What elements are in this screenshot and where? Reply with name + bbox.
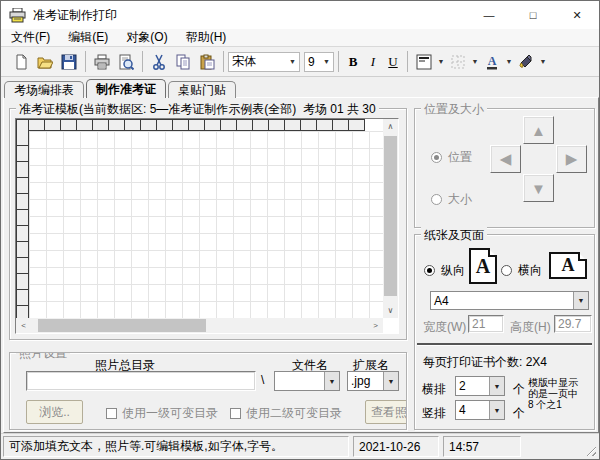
grid-row-header-cell[interactable] bbox=[16, 177, 29, 194]
vertical-scroll-thumb[interactable] bbox=[384, 136, 397, 296]
copy-button[interactable] bbox=[171, 50, 195, 74]
scroll-right-icon[interactable]: > bbox=[368, 318, 383, 333]
grid-row-header-cell[interactable] bbox=[16, 130, 29, 146]
filename-combo[interactable]: ▼ bbox=[274, 371, 340, 391]
grid-col-header-cell[interactable] bbox=[108, 119, 125, 131]
text-align-button[interactable] bbox=[412, 50, 436, 74]
grid-col-header-cell[interactable] bbox=[172, 119, 189, 131]
grid-col-header-cell[interactable] bbox=[28, 119, 45, 131]
font-name-combo[interactable]: 宋体 ▼ bbox=[228, 52, 300, 72]
grid-row-header-cell[interactable] bbox=[16, 145, 29, 162]
grid-col-header-cell[interactable] bbox=[204, 119, 221, 131]
grid-row-header-cell[interactable] bbox=[16, 193, 29, 210]
font-color-button[interactable]: A bbox=[480, 50, 504, 74]
maximize-button[interactable]: □ bbox=[511, 1, 555, 29]
grid-col-header-cell[interactable] bbox=[268, 119, 285, 131]
italic-button[interactable]: I bbox=[363, 54, 383, 70]
move-left-button[interactable]: ◀ bbox=[490, 145, 521, 173]
chevron-down-icon[interactable]: ▼ bbox=[489, 377, 504, 395]
grid-col-header-cell[interactable] bbox=[236, 119, 253, 131]
grid-col-header-cell[interactable] bbox=[188, 119, 205, 131]
chevron-down-icon[interactable]: ▼ bbox=[324, 372, 339, 390]
tab-exam-room-table[interactable]: 考场编排表 bbox=[4, 81, 84, 98]
tab-desk-door-labels[interactable]: 桌贴门贴 bbox=[168, 81, 236, 98]
grid-col-header-cell[interactable] bbox=[220, 119, 237, 131]
print-preview-button[interactable] bbox=[114, 50, 138, 74]
save-button[interactable] bbox=[57, 50, 81, 74]
bold-button[interactable]: B bbox=[343, 54, 363, 70]
chevron-down-icon[interactable]: ▼ bbox=[383, 372, 398, 390]
menu-file[interactable]: 文件(F) bbox=[3, 28, 58, 47]
grid-row-header-cell[interactable] bbox=[16, 257, 29, 274]
position-radio[interactable]: 位置 bbox=[431, 149, 472, 166]
browse-button[interactable]: 浏览.. bbox=[26, 400, 83, 424]
menu-help[interactable]: 帮助(H) bbox=[178, 28, 235, 47]
minimize-button[interactable]: — bbox=[467, 1, 511, 29]
template-grid-canvas[interactable] bbox=[29, 131, 383, 318]
rows-combo[interactable]: 2 ▼ bbox=[455, 376, 505, 396]
move-down-button[interactable]: ▼ bbox=[523, 174, 554, 202]
size-radio[interactable]: 大小 bbox=[431, 191, 472, 208]
text-align-dropdown[interactable]: ▼ bbox=[436, 58, 446, 65]
height-input[interactable] bbox=[554, 315, 592, 333]
grid-row-header-cell[interactable] bbox=[16, 161, 29, 178]
grid-col-header-cell[interactable] bbox=[44, 119, 61, 131]
view-photo-button[interactable]: 查看照 bbox=[365, 400, 407, 424]
grid-row-header-cell[interactable] bbox=[16, 209, 29, 226]
landscape-radio[interactable]: 横向 bbox=[501, 262, 542, 279]
grid-row-header-cell[interactable] bbox=[16, 225, 29, 242]
grid-col-header-cell[interactable] bbox=[156, 119, 173, 131]
width-input[interactable] bbox=[468, 315, 504, 333]
close-button[interactable]: ✕ bbox=[555, 1, 599, 29]
grid-col-header-cell[interactable] bbox=[332, 119, 349, 131]
vertical-scrollbar[interactable]: ∧ ∨ bbox=[383, 119, 398, 318]
grid-col-header-cell[interactable] bbox=[300, 119, 317, 131]
grid-col-header-cell[interactable] bbox=[316, 119, 333, 131]
menu-edit[interactable]: 编辑(E) bbox=[60, 28, 116, 47]
new-button[interactable] bbox=[9, 50, 33, 74]
grid-col-header-cell[interactable] bbox=[60, 119, 77, 131]
open-button[interactable] bbox=[33, 50, 57, 74]
grid-row-header-cell[interactable] bbox=[16, 241, 29, 258]
use-level1-dir-checkbox[interactable]: 使用一级可变目录 bbox=[106, 405, 218, 422]
photo-dir-input[interactable] bbox=[26, 371, 256, 391]
grid-col-header-cell[interactable] bbox=[284, 119, 301, 131]
extension-combo[interactable]: .jpg ▼ bbox=[347, 371, 399, 391]
grid-col-header-cell[interactable] bbox=[348, 119, 365, 131]
grid-col-header-cell[interactable] bbox=[124, 119, 141, 131]
scroll-left-icon[interactable]: < bbox=[16, 318, 31, 333]
underline-button[interactable]: U bbox=[383, 54, 403, 70]
resize-grip[interactable] bbox=[584, 444, 596, 456]
scroll-down-icon[interactable]: ∨ bbox=[383, 303, 398, 318]
menu-object[interactable]: 对象(O) bbox=[118, 28, 175, 47]
move-right-button[interactable]: ▶ bbox=[556, 145, 587, 173]
grid-col-header-cell[interactable] bbox=[252, 119, 269, 131]
font-color-dropdown[interactable]: ▼ bbox=[504, 58, 514, 65]
fill-color-button[interactable] bbox=[514, 50, 538, 74]
horizontal-scroll-thumb[interactable] bbox=[38, 319, 206, 332]
borders-button[interactable] bbox=[446, 50, 470, 74]
grid-row-header-cell[interactable] bbox=[16, 273, 29, 290]
paper-size-combo[interactable]: A4 ▼ bbox=[430, 291, 589, 310]
cols-combo[interactable]: 4 ▼ bbox=[455, 400, 505, 420]
fill-color-dropdown[interactable]: ▼ bbox=[538, 58, 548, 65]
template-grid[interactable]: ∧ ∨ < > bbox=[15, 118, 399, 334]
borders-dropdown[interactable]: ▼ bbox=[470, 58, 480, 65]
chevron-down-icon[interactable]: ▼ bbox=[573, 292, 588, 309]
grid-row-header-cell[interactable] bbox=[16, 305, 29, 318]
font-size-combo[interactable]: 9 ▼ bbox=[304, 52, 334, 72]
use-level2-dir-checkbox[interactable]: 使用二级可变目录 bbox=[230, 405, 342, 422]
chevron-down-icon[interactable]: ▼ bbox=[489, 401, 504, 419]
print-button[interactable] bbox=[90, 50, 114, 74]
move-up-button[interactable]: ▲ bbox=[523, 116, 554, 144]
horizontal-scrollbar[interactable]: < > bbox=[16, 318, 383, 333]
grid-row-header-cell[interactable] bbox=[16, 289, 29, 306]
grid-col-header-cell[interactable] bbox=[92, 119, 109, 131]
cut-button[interactable] bbox=[147, 50, 171, 74]
scroll-up-icon[interactable]: ∧ bbox=[383, 119, 398, 134]
paste-button[interactable] bbox=[195, 50, 219, 74]
tab-make-admission-ticket[interactable]: 制作准考证 bbox=[86, 79, 166, 98]
portrait-radio[interactable]: 纵向 bbox=[424, 262, 465, 279]
grid-col-header-cell[interactable] bbox=[140, 119, 157, 131]
grid-col-header-cell[interactable] bbox=[76, 119, 93, 131]
